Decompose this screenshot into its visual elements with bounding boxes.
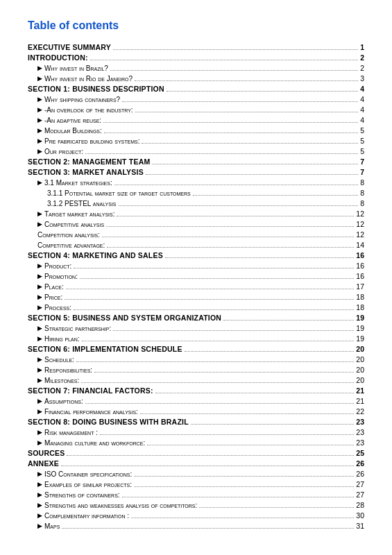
arrow-icon: ▶ <box>37 117 42 123</box>
arrow-icon: ▶ <box>37 325 42 332</box>
page-number: 16 <box>356 251 364 259</box>
toc-entry: ▶Why invest in Rio de Janeiro?3 <box>28 73 364 83</box>
page-number: 20 <box>356 366 364 374</box>
toc-label: ISO Container specifications: <box>44 470 132 478</box>
page-number: 21 <box>356 397 364 405</box>
page-number: 8 <box>360 178 364 187</box>
page-number: 23 <box>356 438 364 447</box>
page-number: 18 <box>356 303 364 311</box>
dot-leader <box>135 80 358 81</box>
dot-leader <box>61 466 354 466</box>
toc-label: Milestones: <box>44 377 79 384</box>
toc-label: Risk management : <box>44 429 98 436</box>
page-number: 8 <box>360 199 364 207</box>
toc-entry: ▶Strategic partnership:19 <box>28 323 364 333</box>
toc-entry: ▶Promotion:16 <box>28 271 364 281</box>
page-number: 27 <box>356 480 364 488</box>
page-number: 20 <box>356 355 364 364</box>
toc-label: Target market analysis: <box>44 210 114 218</box>
toc-label: -An adaptive reuse: <box>44 117 101 124</box>
toc-entry: ▶Financial performance analysis:22 <box>28 406 364 416</box>
dot-leader <box>131 518 354 518</box>
page-number: 8 <box>360 189 364 197</box>
arrow-icon: ▶ <box>37 491 42 498</box>
page-title: Table of contents <box>28 19 364 32</box>
arrow-icon: ▶ <box>37 273 42 280</box>
page-number: 12 <box>356 230 364 239</box>
toc-label: Why invest in Brazil? <box>44 65 108 72</box>
toc-label: Competitive analysis <box>44 221 104 228</box>
toc-label: -An overlook of the industry: <box>44 106 133 114</box>
arrow-icon: ▶ <box>37 221 42 228</box>
toc-label: Strategic partnership: <box>44 325 111 332</box>
page-number: 16 <box>356 272 364 280</box>
toc-label: Introduction: <box>28 53 88 62</box>
dot-leader <box>223 320 354 321</box>
arrow-icon: ▶ <box>37 335 42 342</box>
toc-entry: ▶Strengths of containers:27 <box>28 489 364 500</box>
toc-label: Managing culture and workforce: <box>44 439 145 447</box>
toc-label: 3.1.2 PESTEL analysis <box>47 200 117 207</box>
toc-entry: Section 4: Marketing and Sales16 <box>28 250 364 260</box>
arrow-icon: ▶ <box>37 439 42 446</box>
page-number: 5 <box>360 126 364 135</box>
toc-entry: ▶Managing culture and workforce:23 <box>28 437 364 447</box>
toc-entry: ▶Maps31 <box>28 520 364 531</box>
toc-entry: Section 8: Doing Business with Brazil23 <box>28 416 364 427</box>
toc-entry: ▶Examples of similar projects:27 <box>28 479 364 489</box>
arrow-icon: ▶ <box>37 377 42 384</box>
page-number: 28 <box>356 501 364 509</box>
page-number: 23 <box>356 418 364 426</box>
toc-label: Price: <box>44 293 62 301</box>
dot-leader <box>90 60 358 60</box>
dot-leader <box>114 185 358 185</box>
dot-leader <box>142 143 358 144</box>
arrow-icon: ▶ <box>37 262 42 269</box>
page-number: 14 <box>356 241 364 249</box>
page-number: 26 <box>356 459 364 468</box>
toc-label: Section 3: Market Analysis <box>28 168 144 176</box>
dot-leader <box>191 424 355 425</box>
arrow-icon: ▶ <box>37 304 42 311</box>
dot-leader <box>110 70 358 71</box>
toc-label: Financial performance analysis: <box>44 408 138 416</box>
toc-entry: ▶Why shipping containers?4 <box>28 94 364 104</box>
dot-leader <box>122 101 358 102</box>
dot-leader <box>100 434 354 435</box>
dot-leader <box>103 122 358 123</box>
page-number: 22 <box>356 407 364 416</box>
dot-leader <box>146 174 358 175</box>
page-number: 25 <box>356 449 364 457</box>
dot-leader <box>155 393 355 393</box>
toc-entry: ▶Why invest in Brazil?2 <box>28 62 364 73</box>
toc-entry: 3.1.2 PESTEL analysis8 <box>28 198 364 208</box>
page-number: 27 <box>356 490 364 499</box>
page-number: 17 <box>356 282 364 291</box>
toc-entry: ▶Process:18 <box>28 302 364 312</box>
arrow-icon: ▶ <box>37 356 42 363</box>
dot-leader <box>147 445 354 445</box>
dot-leader <box>117 216 354 216</box>
dot-leader <box>85 403 355 404</box>
toc-entry: ▶Strengths and weaknesses analysis of co… <box>28 500 364 510</box>
toc-label: Product: <box>44 262 71 270</box>
toc-label: Place: <box>44 283 64 291</box>
toc-label: Executive Summary <box>28 43 111 51</box>
page-number: 2 <box>360 53 364 62</box>
toc-label: Section 6: Implementation Schedule <box>28 345 182 353</box>
dot-leader <box>113 330 354 331</box>
dot-leader <box>94 372 354 373</box>
toc-label: Section 8: Doing Business with Brazil <box>28 418 189 426</box>
toc-entry: ▶-An adaptive reuse:4 <box>28 114 364 125</box>
arrow-icon: ▶ <box>37 366 42 373</box>
dot-leader <box>193 195 358 196</box>
dot-leader <box>102 237 354 237</box>
toc-label: Sources <box>28 449 65 457</box>
toc-label: Our project: <box>44 148 83 155</box>
dot-leader <box>106 226 354 227</box>
page-number: 30 <box>356 511 364 520</box>
toc-label: Competitive advantage: <box>37 241 105 249</box>
page-number: 18 <box>356 293 364 301</box>
toc-label: Examples of similar projects: <box>44 481 132 488</box>
arrow-icon: ▶ <box>37 293 42 300</box>
